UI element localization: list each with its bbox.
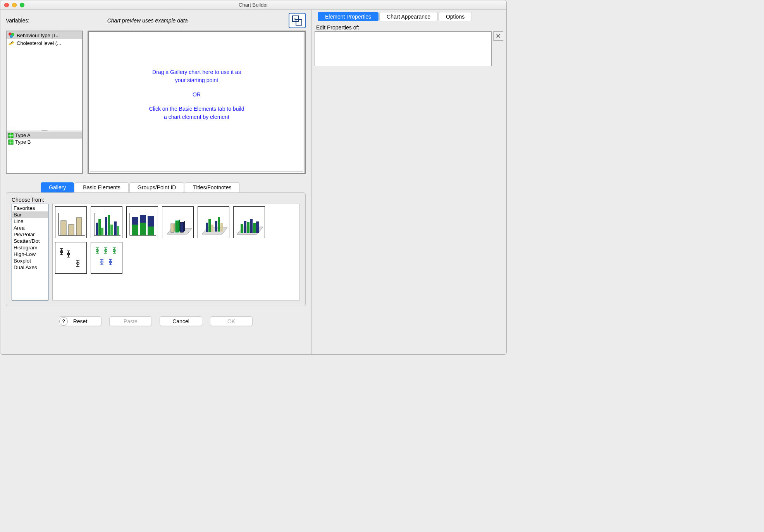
svg-rect-26 bbox=[108, 215, 110, 235]
close-icon: ✕ bbox=[496, 32, 501, 40]
category-icon bbox=[8, 133, 14, 138]
upper-row: Behaviour type [T... Cholesterol level (… bbox=[6, 31, 306, 174]
help-button[interactable]: ? bbox=[59, 317, 68, 326]
svg-rect-33 bbox=[132, 217, 138, 225]
svg-marker-44 bbox=[183, 221, 185, 232]
gallery-thumbnails bbox=[52, 204, 300, 300]
three-d-bar-icon bbox=[200, 213, 227, 236]
three-d-bar-icon bbox=[235, 213, 263, 236]
chart-type-item-boxplot[interactable]: Boxplot bbox=[12, 257, 48, 264]
choose-from-label: Choose from: bbox=[12, 197, 300, 203]
variable-label: Cholesterol level (... bbox=[17, 40, 61, 46]
preview-hint-text: your starting point bbox=[175, 76, 218, 84]
svg-rect-22 bbox=[96, 223, 98, 235]
svg-rect-41 bbox=[176, 221, 179, 232]
gallery-panel: Choose from: Favorites Bar Line Area Pie… bbox=[6, 192, 306, 306]
svg-rect-57 bbox=[253, 223, 256, 233]
variable-list[interactable]: Behaviour type [T... Cholesterol level (… bbox=[7, 31, 82, 130]
svg-point-4 bbox=[10, 35, 13, 38]
scale-icon bbox=[8, 40, 15, 46]
svg-rect-50 bbox=[218, 217, 220, 232]
gallery-thumb-simple-bar[interactable] bbox=[55, 206, 87, 238]
chart-type-item-scatter-dot[interactable]: Scatter/Dot bbox=[12, 238, 48, 244]
category-item[interactable]: Type A bbox=[7, 132, 82, 139]
tab-element-properties[interactable]: Element Properties bbox=[318, 12, 379, 21]
gallery-thumb-stacked-bar[interactable] bbox=[126, 206, 158, 238]
chart-type-list[interactable]: Favorites Bar Line Area Pie/Polar Scatte… bbox=[12, 204, 48, 300]
tab-groups-point-id[interactable]: Groups/Point ID bbox=[129, 182, 184, 193]
stacked-bar-icon bbox=[128, 213, 156, 236]
svg-rect-51 bbox=[220, 223, 223, 232]
chart-preview-dropzone[interactable]: Drag a Gallery chart here to use it as y… bbox=[88, 31, 306, 174]
svg-rect-5 bbox=[9, 41, 14, 45]
paste-button[interactable]: Paste bbox=[109, 316, 152, 326]
chart-type-item-histogram[interactable]: Histogram bbox=[12, 244, 48, 251]
chart-preview-placeholder: Drag a Gallery chart here to use it as y… bbox=[90, 33, 303, 172]
properties-row: ✕ bbox=[315, 31, 503, 66]
svg-rect-53 bbox=[241, 224, 243, 233]
svg-rect-28 bbox=[114, 221, 117, 235]
chart-type-item-line[interactable]: Line bbox=[12, 218, 48, 225]
svg-rect-36 bbox=[148, 227, 154, 235]
category-icon bbox=[8, 139, 14, 145]
svg-marker-42 bbox=[179, 219, 180, 232]
chart-type-item-pie-polar[interactable]: Pie/Polar bbox=[12, 231, 48, 238]
left-pane: Variables: Chart preview uses example da… bbox=[0, 10, 311, 354]
gallery-thumb-3d-bar-1[interactable] bbox=[162, 206, 194, 238]
chart-builder-window: Chart Builder Variables: Chart preview u… bbox=[0, 0, 507, 355]
nominal-icon bbox=[8, 32, 15, 38]
gallery-thumb-error-bar-clustered[interactable] bbox=[91, 242, 122, 274]
tab-chart-appearance[interactable]: Chart Appearance bbox=[379, 12, 438, 21]
preview-hint-text: Click on the Basic Elements tab to build bbox=[149, 105, 244, 113]
svg-rect-43 bbox=[180, 222, 183, 232]
gallery-thumb-3d-bar-2[interactable] bbox=[198, 206, 229, 238]
content-area: Variables: Chart preview uses example da… bbox=[0, 10, 506, 354]
gallery-thumb-clustered-bar[interactable] bbox=[91, 206, 122, 238]
chart-type-item-area[interactable]: Area bbox=[12, 225, 48, 231]
variables-panel: Behaviour type [T... Cholesterol level (… bbox=[6, 31, 83, 174]
chart-type-item-bar[interactable]: Bar bbox=[12, 211, 48, 218]
svg-rect-34 bbox=[140, 223, 146, 235]
svg-rect-46 bbox=[206, 223, 208, 232]
svg-rect-49 bbox=[215, 221, 217, 232]
category-item[interactable]: Type B bbox=[7, 139, 82, 145]
window-title: Chart Builder bbox=[0, 2, 506, 8]
gallery-thumb-3d-bar-3[interactable] bbox=[233, 206, 265, 238]
svg-rect-39 bbox=[171, 224, 174, 232]
tab-gallery[interactable]: Gallery bbox=[41, 182, 74, 193]
svg-rect-25 bbox=[105, 217, 107, 235]
tab-titles-footnotes[interactable]: Titles/Footnotes bbox=[185, 182, 239, 193]
svg-rect-56 bbox=[250, 219, 253, 233]
svg-rect-48 bbox=[211, 225, 213, 232]
tab-options[interactable]: Options bbox=[439, 12, 472, 21]
svg-rect-27 bbox=[110, 225, 113, 235]
svg-rect-23 bbox=[98, 219, 101, 235]
remove-element-button[interactable]: ✕ bbox=[493, 31, 503, 41]
svg-rect-18 bbox=[69, 225, 74, 235]
svg-rect-58 bbox=[256, 221, 259, 233]
svg-rect-37 bbox=[148, 216, 154, 227]
preview-hint-text: Drag a Gallery chart here to use it as bbox=[152, 68, 241, 76]
tab-basic-elements[interactable]: Basic Elements bbox=[75, 182, 128, 193]
right-pane: Element Properties Chart Appearance Opti… bbox=[311, 10, 506, 354]
category-label: Type A bbox=[15, 132, 31, 138]
clustered-bar-icon bbox=[93, 213, 120, 236]
dialog-buttons: ? Reset Paste Cancel OK bbox=[6, 316, 306, 326]
chart-type-item-favorites[interactable]: Favorites bbox=[12, 205, 48, 211]
gallery-thumb-error-bar-simple[interactable] bbox=[55, 242, 87, 274]
header-row: Variables: Chart preview uses example da… bbox=[6, 13, 306, 28]
variables-label: Variables: bbox=[6, 17, 29, 24]
chart-type-item-high-low[interactable]: High-Low bbox=[12, 251, 48, 257]
ok-button[interactable]: OK bbox=[210, 316, 253, 326]
svg-rect-24 bbox=[101, 228, 103, 235]
chart-type-item-dual-axes[interactable]: Dual Axes bbox=[12, 264, 48, 271]
category-list[interactable]: Type A Type B bbox=[7, 132, 82, 173]
preview-hint-or: OR bbox=[193, 91, 201, 99]
variable-item[interactable]: Cholesterol level (... bbox=[7, 39, 82, 47]
cancel-button[interactable]: Cancel bbox=[160, 316, 202, 326]
svg-rect-54 bbox=[244, 221, 246, 233]
swap-axes-button[interactable] bbox=[289, 13, 306, 28]
variable-item[interactable]: Behaviour type [T... bbox=[7, 31, 82, 39]
builder-tabs: Gallery Basic Elements Groups/Point ID T… bbox=[41, 182, 306, 193]
properties-of-list[interactable] bbox=[315, 31, 492, 66]
